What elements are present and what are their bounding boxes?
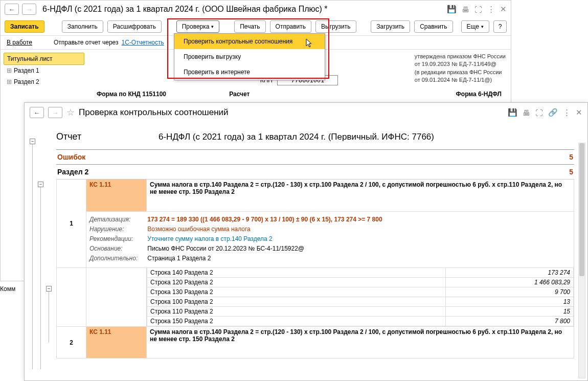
dd-check-export[interactable]: Проверить выгрузку bbox=[174, 49, 325, 64]
errors-row: Ошибок 5 bbox=[56, 150, 574, 165]
row-number: 2 bbox=[57, 327, 86, 358]
kebab-icon[interactable]: ⋮ bbox=[487, 5, 495, 14]
line-row: Строка 100 Раздела 213 bbox=[147, 297, 574, 307]
status-link[interactable]: 1С-Отчетность bbox=[122, 39, 164, 46]
preview-icon[interactable]: ⛶ bbox=[474, 5, 482, 14]
outline-gutter: − − − bbox=[25, 122, 56, 380]
violation-desc: Сумма налога в стр.140 Раздела 2 = стр.(… bbox=[147, 327, 574, 358]
decode-button[interactable]: Расшифровать bbox=[107, 20, 162, 33]
window-title: 6-НДФЛ (с 2021 года) за 1 квартал 2024 г… bbox=[42, 5, 444, 14]
table-row: Строка 140 Раздела 2173 274Строка 120 Ра… bbox=[57, 268, 574, 327]
preview-icon[interactable]: ⛶ bbox=[535, 108, 543, 117]
expand-icon[interactable]: ⊞ bbox=[7, 67, 12, 74]
line-name: Строка 130 Раздела 2 bbox=[147, 287, 446, 297]
status-text: Отправьте отчет через bbox=[54, 39, 119, 46]
nav-forward-button[interactable]: → bbox=[48, 107, 62, 118]
line-row: Строка 130 Раздела 29 700 bbox=[147, 287, 574, 297]
recommendation-link[interactable]: Уточните сумму налога в стр.140 Раздела … bbox=[147, 235, 272, 242]
violation-desc: Сумма налога в стр.140 Раздела 2 = стр.(… bbox=[147, 180, 574, 211]
titlebar2: ← → ☆ Проверка контрольных соотношений 💾… bbox=[25, 103, 587, 122]
link-icon[interactable]: 🔗 bbox=[548, 108, 558, 117]
calc-label: Расчет bbox=[229, 91, 250, 98]
save-icon[interactable]: 💾 bbox=[508, 108, 517, 117]
report-value: 6-НДФЛ (с 2021 года) за 1 квартал 2024 г… bbox=[159, 132, 434, 142]
print-icon[interactable]: 🖶 bbox=[462, 5, 469, 14]
line-row: Строка 150 Раздела 27 800 bbox=[147, 317, 574, 326]
check-results-window: ← → ☆ Проверка контрольных соотношений 💾… bbox=[24, 102, 588, 381]
fill-button[interactable]: Заполнить bbox=[62, 20, 103, 33]
line-name: Строка 100 Раздела 2 bbox=[147, 297, 446, 307]
violations-table: 1 КС 1.11 Сумма налога в стр.140 Раздела… bbox=[56, 180, 574, 358]
line-value: 7 800 bbox=[445, 317, 573, 326]
line-name: Строка 140 Раздела 2 bbox=[147, 268, 446, 278]
dd-check-ratios[interactable]: Проверить контрольные соотношения bbox=[174, 34, 325, 49]
export-button[interactable]: Выгрузить bbox=[315, 20, 356, 33]
compare-button[interactable]: Сравнить bbox=[414, 20, 453, 33]
report-body: Отчет 6-НДФЛ (с 2021 года) за 1 квартал … bbox=[56, 122, 576, 380]
basis-value: Письмо ФНС России от 20.12.2023 № БС-4-1… bbox=[147, 245, 304, 252]
nav-forward-button[interactable]: → bbox=[22, 4, 36, 15]
ks-code-cell[interactable]: КС 1.11 bbox=[86, 180, 147, 211]
status-label[interactable]: В работе bbox=[7, 39, 32, 46]
line-value: 9 700 bbox=[445, 287, 573, 297]
section-row[interactable]: Раздел 2 5 bbox=[56, 165, 574, 180]
line-value: 1 466 083,29 bbox=[445, 278, 573, 287]
check-button[interactable]: Проверка▾ bbox=[176, 20, 220, 33]
line-name: Строка 120 Раздела 2 bbox=[147, 278, 446, 287]
help-button[interactable]: ? bbox=[493, 20, 507, 33]
line-value: 13 bbox=[445, 297, 573, 307]
form-name: Форма 6-НДФЛ bbox=[456, 91, 502, 98]
vertical-scrollbar[interactable] bbox=[578, 143, 585, 378]
scroll-thumb[interactable] bbox=[579, 143, 584, 276]
load-button[interactable]: Загрузить bbox=[371, 20, 410, 33]
collapse-icon[interactable]: − bbox=[38, 182, 43, 187]
toolbar: Записать Заполнить Расшифровать Проверка… bbox=[1, 18, 511, 35]
check-dropdown: Проверить контрольные соотношения Провер… bbox=[174, 33, 325, 80]
print-icon[interactable]: 🖶 bbox=[523, 108, 530, 117]
save-icon[interactable]: 💾 bbox=[447, 5, 457, 14]
additional-value: Страница 1 Раздела 2 bbox=[147, 255, 211, 262]
knd-label: Форма по КНД 1151100 bbox=[97, 91, 166, 98]
sidebar-item-section2[interactable]: ⊞ Раздел 2 bbox=[4, 76, 84, 87]
line-name: Строка 110 Раздела 2 bbox=[147, 307, 446, 317]
line-row: Строка 110 Раздела 215 bbox=[147, 307, 574, 317]
row-number: 1 bbox=[57, 180, 86, 268]
collapse-icon[interactable]: − bbox=[30, 139, 35, 144]
violation-value: Возможно ошибочная сумма налога bbox=[147, 226, 250, 233]
detalization-value: 173 274 = 189 330 ((1 466 083,29 - 9 700… bbox=[147, 216, 382, 223]
report-label: Отчет bbox=[56, 131, 159, 142]
ks-code-cell[interactable]: КС 1.11 bbox=[86, 327, 147, 358]
order-note: утверждена приказом ФНС России от 19.09.… bbox=[415, 53, 506, 84]
dd-check-internet[interactable]: Проверить в интернете bbox=[174, 64, 325, 80]
window2-title: Проверка контрольных соотношений bbox=[79, 107, 504, 118]
close-icon[interactable]: ✕ bbox=[576, 108, 582, 117]
titlebar: ← → 6-НДФЛ (с 2021 года) за 1 квартал 20… bbox=[1, 1, 511, 18]
sidebar-item-section1[interactable]: ⊞ Раздел 1 bbox=[4, 65, 84, 76]
table-row: 1 КС 1.11 Сумма налога в стр.140 Раздела… bbox=[57, 180, 574, 211]
table-row: 2 КС 1.11 Сумма налога в стр.140 Раздела… bbox=[57, 327, 574, 358]
print-button[interactable]: Печать bbox=[234, 20, 265, 33]
comment-label: Комм bbox=[0, 285, 15, 293]
more-button[interactable]: Еще▾ bbox=[461, 20, 489, 33]
collapse-icon[interactable]: − bbox=[46, 286, 52, 292]
nav-back-button[interactable]: ← bbox=[5, 4, 19, 15]
close-icon[interactable]: ✕ bbox=[500, 5, 507, 14]
line-value: 15 bbox=[445, 307, 573, 317]
sidebar-item-title-page[interactable]: Титульный лист bbox=[4, 53, 84, 65]
send-button[interactable]: Отправить bbox=[270, 20, 312, 33]
favorite-icon[interactable]: ☆ bbox=[66, 107, 75, 118]
expand-icon[interactable]: ⊞ bbox=[7, 78, 12, 85]
line-name: Строка 150 Раздела 2 bbox=[147, 317, 446, 326]
nav-back-button[interactable]: ← bbox=[30, 107, 44, 118]
table-row: Детализация: 173 274 = 189 330 ((1 466 0… bbox=[57, 211, 574, 268]
line-row: Строка 120 Раздела 21 466 083,29 bbox=[147, 278, 574, 287]
kebab-icon[interactable]: ⋮ bbox=[563, 108, 571, 117]
line-row: Строка 140 Раздела 2173 274 bbox=[147, 268, 574, 278]
write-button[interactable]: Записать bbox=[5, 20, 44, 33]
line-value: 173 274 bbox=[445, 268, 573, 278]
